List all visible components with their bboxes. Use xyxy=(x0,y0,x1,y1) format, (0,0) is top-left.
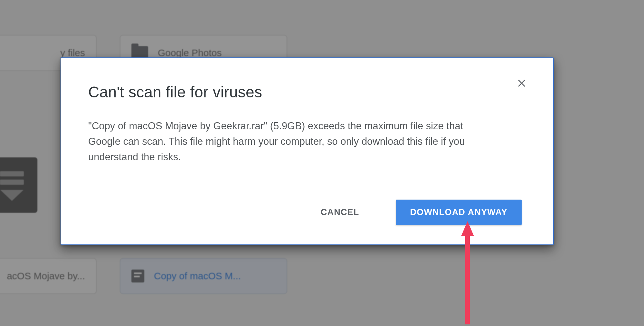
cancel-button[interactable]: CANCEL xyxy=(307,200,374,225)
close-button[interactable] xyxy=(513,74,531,92)
dialog-body: "Copy of macOS Mojave by Geekrar.rar" (5… xyxy=(88,118,494,165)
dialog-title: Can't scan file for viruses xyxy=(88,83,523,101)
virus-scan-dialog: Can't scan file for viruses "Copy of mac… xyxy=(61,57,554,245)
close-icon xyxy=(516,77,527,88)
download-anyway-button[interactable]: DOWNLOAD ANYWAY xyxy=(396,200,522,225)
dialog-actions: CANCEL DOWNLOAD ANYWAY xyxy=(88,200,523,225)
